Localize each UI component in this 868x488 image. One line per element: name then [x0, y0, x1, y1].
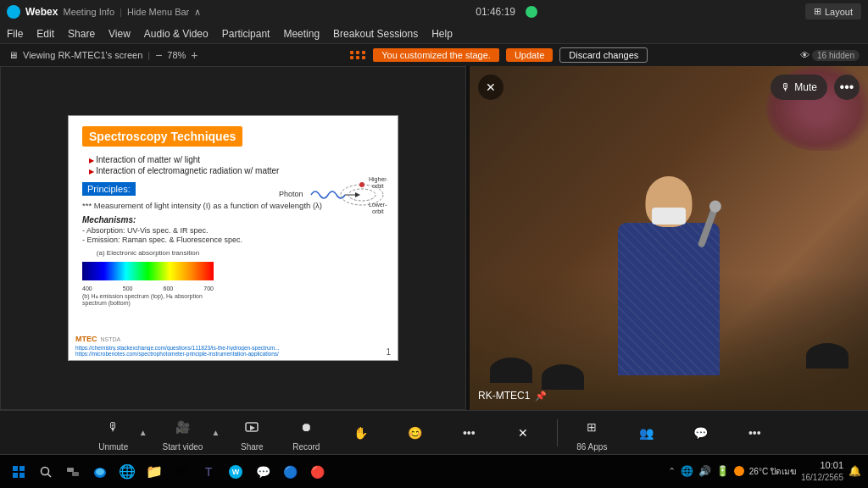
file-explorer-icon[interactable]: 📁: [142, 460, 166, 484]
stage-notification: You customized the stage.: [373, 48, 499, 62]
notification-center: You customized the stage. Update Discard…: [350, 47, 648, 63]
clock-date: 16/12/2565: [801, 472, 843, 484]
mute-overlay-btn[interactable]: 🎙 Mute: [771, 75, 827, 100]
taskbar-ellipsis: ⌃: [668, 466, 676, 477]
svg-rect-13: [19, 466, 25, 471]
slide-principles-label: Principles:: [82, 182, 136, 196]
clock-display: 01:46:19: [476, 6, 515, 18]
more-options-btn[interactable]: •••: [445, 416, 492, 450]
hand-icon: ✋: [347, 419, 374, 446]
system-clock[interactable]: 10:01 16/12/2565: [801, 459, 843, 484]
screen-share-panel: Spectroscopy Techniques Interaction of m…: [0, 66, 466, 410]
menu-participant[interactable]: Participant: [222, 28, 270, 40]
chat-btn[interactable]: 💬: [676, 416, 724, 450]
speaker-video: ✕ 🎙 Mute ••• RK-MTEC1 📌: [470, 66, 868, 410]
raise-hand-btn[interactable]: ✋: [337, 416, 384, 450]
screen-share-info: 🖥 Viewing RK-MTEC1's screen | − 78% +: [8, 48, 198, 62]
reactions-icon: 😊: [401, 419, 428, 446]
video-label: RK-MTEC1 📌: [478, 390, 547, 402]
zoom-level: 78%: [167, 50, 186, 60]
toolbar-ellipsis-btn[interactable]: •••: [731, 416, 778, 450]
zoom-minus[interactable]: −: [155, 48, 162, 62]
start-video-btn[interactable]: 🎥 Start video: [156, 410, 210, 455]
svg-point-21: [96, 469, 104, 475]
menu-file[interactable]: File: [7, 28, 23, 40]
start-menu-btn[interactable]: [7, 460, 31, 484]
menu-bar: File Edit Share View Audio & Video Parti…: [0, 24, 868, 44]
reactions-btn[interactable]: 😊: [391, 416, 438, 450]
mail-icon[interactable]: ✉: [170, 460, 193, 484]
orbital-diagram: Photon Higher-energy orbit Lower-energy …: [277, 163, 387, 230]
search-btn[interactable]: [34, 460, 58, 484]
menu-share[interactable]: Share: [68, 28, 95, 40]
start-video-label: Start video: [163, 442, 203, 452]
svg-text:Lower-energy: Lower-energy: [369, 202, 387, 208]
meeting-info-btn[interactable]: Meeting Info: [63, 7, 114, 17]
svg-rect-14: [13, 473, 18, 478]
svg-point-9: [359, 182, 364, 187]
weather-icon: [734, 466, 744, 476]
svg-rect-15: [19, 473, 25, 478]
menu-edit[interactable]: Edit: [36, 28, 54, 40]
slide-footer: MTEC NSTDA https://chemistry.stackexchan…: [75, 335, 391, 357]
svg-line-17: [48, 474, 52, 477]
toolbar: 🎙 Unmute ▲ 🎥 Start video ▲ Share ⏺ Recor…: [0, 410, 868, 454]
line-icon[interactable]: 💬: [251, 460, 275, 484]
mic-icon: 🎙: [781, 81, 791, 93]
notification-right: 👁 16 hidden ⊞ Layout: [800, 50, 860, 60]
apps-btn[interactable]: ⊞ 86 Apps: [568, 410, 615, 455]
unmute-label: Unmute: [98, 442, 128, 452]
app-icon-2[interactable]: 🔴: [305, 460, 329, 484]
hide-menu-bar-btn[interactable]: Hide Menu Bar: [127, 7, 189, 17]
app-icon-1[interactable]: 🔵: [278, 460, 302, 484]
app-name: Webex: [25, 6, 58, 18]
menu-view[interactable]: View: [108, 28, 131, 40]
zoom-plus[interactable]: +: [191, 48, 198, 62]
unmute-btn[interactable]: 🎙 Unmute: [90, 410, 137, 455]
update-btn[interactable]: Update: [506, 48, 553, 62]
participants-icon: 👥: [632, 419, 659, 446]
share-btn[interactable]: Share: [228, 410, 275, 455]
discard-changes-btn[interactable]: Discard changes: [559, 47, 648, 63]
chat-icon: 💬: [687, 419, 714, 446]
svg-point-16: [42, 467, 49, 474]
layout-btn[interactable]: ⊞ Layout: [805, 3, 861, 19]
webex-logo-icon: [7, 5, 20, 19]
ellipsis-icon: •••: [741, 419, 768, 446]
battery-icon: 🔋: [716, 465, 729, 477]
video-close-btn[interactable]: ✕: [478, 75, 504, 100]
task-view-btn[interactable]: [61, 460, 85, 484]
svg-rect-12: [13, 466, 18, 471]
clock-time: 10:01: [801, 459, 843, 472]
chrome-icon[interactable]: 🌐: [115, 460, 139, 484]
slide-number: 1: [386, 347, 391, 357]
windows-taskbar: 🌐 📁 ✉ T W 💬 🔵 🔴 ⌃ 🌐 🔊 🔋 26°C ปิดเมฆ 10:0…: [0, 454, 868, 488]
hidden-count-badge: 👁 16 hidden: [800, 50, 860, 60]
participants-btn[interactable]: 👥: [622, 416, 670, 450]
slide-frame: Spectroscopy Techniques Interaction of m…: [68, 115, 398, 361]
edge-icon[interactable]: [88, 460, 112, 484]
screen-icon: 🖥: [8, 50, 18, 60]
system-tray: ⌃ 🌐 🔊 🔋 26°C ปิดเมฆ 10:01 16/12/2565 🔔: [668, 459, 861, 484]
record-btn[interactable]: ⏺ Record: [282, 410, 330, 455]
more-overlay-btn[interactable]: •••: [834, 75, 860, 100]
volume-icon: 🔊: [698, 465, 711, 477]
mic-off-icon: 🎙: [100, 413, 127, 441]
audio-chevron-btn[interactable]: ▲: [137, 419, 149, 446]
teams-icon[interactable]: T: [197, 460, 220, 484]
apps-label: 86 Apps: [576, 442, 607, 452]
leave-btn[interactable]: ✕: [499, 416, 547, 450]
speaker-name: RK-MTEC1: [478, 390, 530, 402]
svg-rect-18: [67, 468, 74, 472]
video-chevron-btn[interactable]: ▲: [209, 419, 221, 446]
record-icon: ⏺: [292, 413, 320, 441]
mtec-logo: MTEC: [75, 335, 97, 343]
audience-member-1: [490, 358, 532, 383]
menu-breakout-sessions[interactable]: Breakout Sessions: [333, 28, 418, 40]
menu-help[interactable]: Help: [431, 28, 453, 40]
menu-meeting[interactable]: Meeting: [283, 28, 320, 40]
menu-audio-video[interactable]: Audio & Video: [144, 28, 209, 40]
notification-center-icon[interactable]: 🔔: [849, 465, 861, 477]
pin-icon: 📌: [535, 391, 547, 402]
webex-taskbar-icon[interactable]: W: [224, 460, 248, 484]
